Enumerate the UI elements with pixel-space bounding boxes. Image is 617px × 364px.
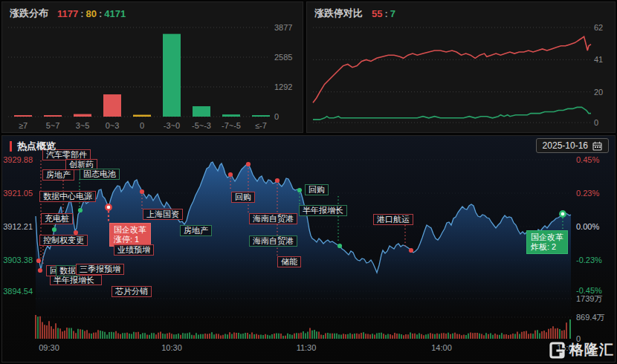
distribution-chart: 0129225853877≥75~73~50~30-3~0-5~-3-7~-5≤…: [2, 22, 303, 132]
hotspot-title: 热点概览: [17, 140, 56, 153]
y-axis-tick: 20: [594, 88, 603, 97]
flat-count: 80: [86, 8, 97, 19]
hotspot-header: 热点概览: [10, 140, 56, 153]
x-axis-tick: -7~-5: [222, 121, 241, 130]
topic-tag[interactable]: 控制权变更: [39, 235, 88, 246]
dist-bar: [74, 114, 91, 117]
x-axis-tick: 5~7: [46, 121, 60, 130]
dist-bar: [252, 115, 270, 117]
topic-tag[interactable]: 房地产: [42, 169, 74, 181]
y-axis-tick: 2585: [274, 53, 292, 62]
limit-down-count: 7: [390, 8, 395, 19]
topic-tag[interactable]: 上海国资: [143, 209, 183, 220]
dist-bar: [222, 114, 240, 117]
topic-tag[interactable]: 海南自贸港: [249, 213, 297, 224]
down-count: 4171: [104, 8, 126, 19]
limit-compare-chart: 0204162: [307, 22, 615, 132]
topic-tag[interactable]: 储能: [277, 256, 301, 267]
distribution-header: 涨跌分布 1177 : 80 : 4171: [10, 7, 126, 20]
topic-tag[interactable]: 业绩预增: [114, 244, 154, 256]
market-dashboard: 涨跌分布 1177 : 80 : 4171 0129225853877≥75~7…: [0, 0, 617, 364]
topic-tag[interactable]: 数据中心电源: [39, 191, 96, 202]
gelonghui-logo: 格隆汇: [548, 340, 614, 360]
separator: :: [80, 8, 83, 19]
topic-tag[interactable]: 国企改革 炸板: 2: [526, 230, 568, 254]
dist-bar: [103, 94, 121, 117]
dist-bar: [133, 115, 151, 117]
y-axis-tick: 41: [594, 55, 603, 64]
topic-tag[interactable]: 半年报增长: [50, 275, 102, 285]
separator: :: [384, 8, 387, 19]
dist-bar: [193, 106, 210, 117]
topic-tag[interactable]: 回购: [305, 184, 329, 195]
panel-limit-compare: 涨跌停对比 55 : 7 0204162: [306, 1, 616, 133]
limit-header: 涨跌停对比 55 : 7: [314, 7, 395, 20]
topic-tag[interactable]: 回购: [231, 192, 255, 203]
topic-tag[interactable]: 三季报预增: [76, 264, 124, 275]
calendar-icon: [592, 141, 602, 151]
accent-bar: [10, 141, 12, 152]
y-axis-tick: 62: [594, 23, 603, 32]
date-picker[interactable]: 2025-10-16: [536, 138, 609, 153]
limit-up-count: 55: [372, 8, 382, 19]
x-axis-tick: -5~-3: [192, 121, 211, 130]
separator: :: [99, 8, 102, 19]
y-axis-tick: 0: [594, 118, 598, 127]
up-count: 1177: [57, 8, 78, 19]
x-axis-tick: 0~3: [106, 121, 120, 130]
distribution-title: 涨跌分布: [10, 7, 48, 20]
limit-down-line: [313, 107, 591, 120]
dist-bar: [163, 34, 181, 117]
y-axis-tick: 1292: [274, 82, 292, 91]
limit-up-line: [313, 36, 591, 103]
panel-distribution: 涨跌分布 1177 : 80 : 4171 0129225853877≥75~7…: [1, 1, 303, 133]
topic-tag[interactable]: 半年报增长: [299, 205, 347, 216]
topic-tag[interactable]: 海南自贸港: [249, 235, 297, 247]
topic-tag[interactable]: 充电桩: [41, 213, 73, 224]
limit-title: 涨跌停对比: [314, 7, 363, 20]
x-axis-tick: -3~0: [164, 121, 180, 130]
topic-tag[interactable]: 港口航运: [373, 214, 413, 225]
x-axis-tick: ≤-7: [255, 121, 267, 130]
dist-bar: [14, 115, 32, 117]
topic-tag[interactable]: 芯片分销: [112, 286, 152, 297]
topic-tag[interactable]: 房地产: [180, 225, 212, 236]
topic-tag[interactable]: 固态电池: [80, 169, 120, 180]
x-axis-tick: 3~5: [76, 121, 90, 130]
x-axis-tick: 0: [140, 121, 144, 130]
topic-tag[interactable]: 国企改革 涨停: 1: [109, 223, 151, 247]
date-value: 2025-10-16: [543, 140, 588, 151]
gelonghui-logo-icon: [548, 341, 566, 360]
y-axis-tick: 0: [274, 112, 279, 121]
x-axis-tick: ≥7: [19, 121, 28, 130]
y-axis-tick: 3877: [274, 23, 292, 32]
dist-bar: [44, 115, 62, 117]
logo-text: 格隆汇: [569, 340, 614, 360]
